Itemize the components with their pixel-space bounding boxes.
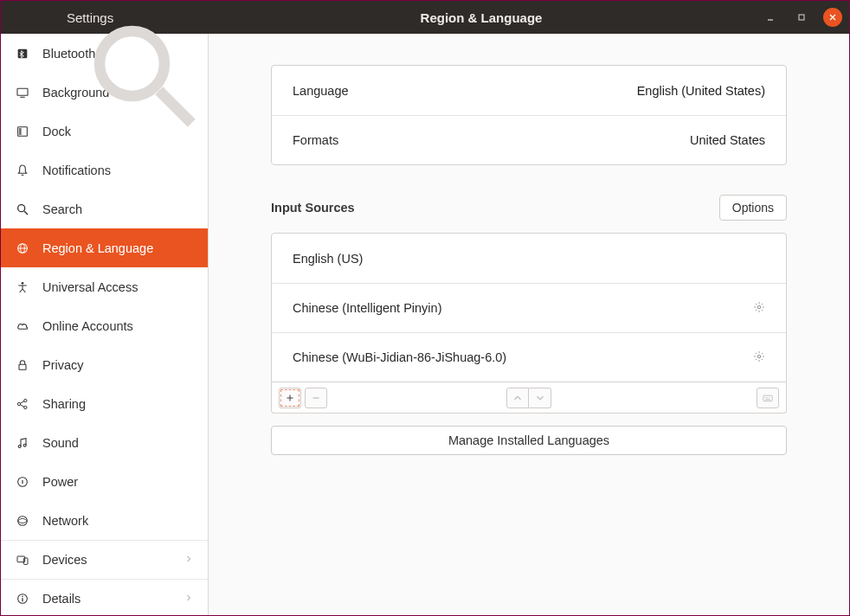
- sidebar-item-network[interactable]: Network: [1, 501, 208, 540]
- show-keyboard-layout-button[interactable]: [757, 388, 779, 408]
- language-formats-list: Language English (United States) Formats…: [271, 65, 787, 165]
- input-source-label: Chinese (Intelligent Pinyin): [293, 301, 441, 315]
- sidebar-item-label: Sound: [42, 436, 194, 450]
- sidebar-item-region-language[interactable]: Region & Language: [1, 228, 208, 267]
- titlebar: Settings Region & Language: [1, 1, 849, 34]
- titlebar-search-button[interactable]: [13, 10, 29, 25]
- input-source-settings-button[interactable]: [753, 350, 765, 365]
- cloud-icon: [15, 318, 30, 334]
- formats-label: Formats: [293, 133, 338, 147]
- accessibility-icon: [15, 279, 30, 295]
- window-close-button[interactable]: [823, 8, 842, 27]
- language-value: English (United States): [637, 84, 765, 98]
- sidebar-item-search[interactable]: Search: [1, 189, 208, 228]
- formats-value: United States: [690, 133, 765, 147]
- formats-row[interactable]: Formats United States: [272, 115, 786, 164]
- chevron-right-icon: [184, 553, 194, 567]
- sidebar-item-label: Sharing: [42, 397, 194, 411]
- sidebar-item-notifications[interactable]: Notifications: [1, 151, 208, 189]
- sidebar-item-label: Region & Language: [42, 241, 194, 255]
- sidebar-item-devices[interactable]: Devices: [1, 540, 208, 579]
- sidebar-item-label: Search: [42, 202, 194, 216]
- sidebar-item-label: Network: [42, 514, 194, 528]
- lock-icon: [15, 357, 30, 373]
- sidebar-item-label: Details: [42, 592, 171, 606]
- main-panel: Language English (United States) Formats…: [209, 34, 849, 615]
- info-icon: [15, 591, 30, 606]
- move-source-up-button[interactable]: [506, 388, 529, 408]
- sidebar-item-sharing[interactable]: Sharing: [1, 384, 208, 423]
- sidebar-item-label: Devices: [42, 553, 171, 567]
- input-source-label: English (US): [293, 252, 363, 266]
- sidebar-item-online-accounts[interactable]: Online Accounts: [1, 306, 208, 345]
- search-icon: [15, 202, 30, 217]
- input-sources-title: Input Sources: [271, 201, 355, 215]
- sidebar-item-label: Online Accounts: [42, 319, 194, 333]
- language-label: Language: [293, 84, 349, 98]
- sidebar-item-privacy[interactable]: Privacy: [1, 345, 208, 384]
- bell-icon: [15, 163, 30, 178]
- input-source-row[interactable]: Chinese (WuBi-Jidian-86-JiShuag-6.0): [272, 332, 786, 382]
- input-source-label: Chinese (WuBi-Jidian-86-JiShuag-6.0): [293, 350, 506, 364]
- sidebar-item-universal-access[interactable]: Universal Access: [1, 267, 208, 306]
- input-source-row[interactable]: English (US): [272, 234, 786, 283]
- sidebar-item-details[interactable]: Details: [1, 579, 208, 615]
- remove-source-button[interactable]: [305, 388, 327, 408]
- sidebar-item-label: Power: [42, 475, 194, 489]
- input-sources-list: English (US)Chinese (Intelligent Pinyin)…: [271, 233, 787, 382]
- globe-icon: [15, 241, 30, 256]
- input-source-settings-button[interactable]: [753, 301, 765, 316]
- window-minimize-button[interactable]: [761, 8, 780, 27]
- sidebar-item-power[interactable]: Power: [1, 462, 208, 501]
- sidebar-title: Settings: [29, 10, 196, 25]
- input-sources-toolbar: [271, 382, 787, 414]
- options-button[interactable]: Options: [719, 195, 787, 221]
- move-source-down-button[interactable]: [529, 388, 551, 408]
- sidebar-item-label: Universal Access: [42, 280, 194, 294]
- power-icon: [15, 474, 30, 490]
- window-maximize-button[interactable]: [792, 8, 811, 27]
- sidebar-item-label: Notifications: [42, 164, 194, 177]
- network-icon: [15, 513, 30, 529]
- input-source-row[interactable]: Chinese (Intelligent Pinyin): [272, 283, 786, 332]
- manage-installed-languages-button[interactable]: Manage Installed Languages: [271, 426, 787, 455]
- share-icon: [15, 396, 30, 412]
- page-title: Region & Language: [209, 10, 754, 25]
- language-row[interactable]: Language English (United States): [272, 66, 786, 115]
- sidebar-item-label: Privacy: [42, 358, 194, 372]
- add-source-button[interactable]: [279, 388, 301, 408]
- devices-icon: [15, 552, 30, 568]
- sidebar-item-sound[interactable]: Sound: [1, 423, 208, 462]
- chevron-right-icon: [184, 592, 194, 606]
- note-icon: [15, 435, 30, 451]
